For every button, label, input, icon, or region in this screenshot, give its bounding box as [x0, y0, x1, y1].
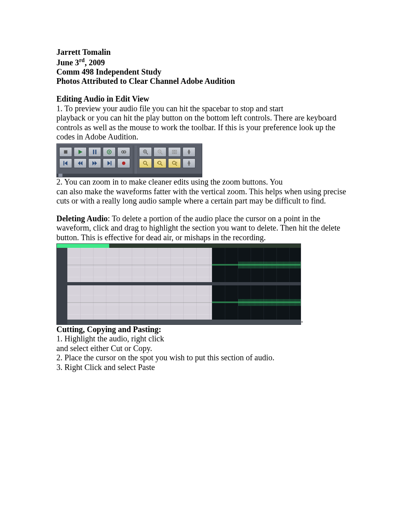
svg-line-22: [161, 153, 162, 154]
section-title-editing: Editing Audio in Edit View: [56, 94, 355, 104]
waveform-overview[interactable]: [57, 244, 301, 248]
zoom-to-selection-button[interactable]: [139, 158, 152, 168]
svg-rect-8: [63, 161, 64, 165]
channel-separator: [67, 282, 301, 285]
svg-rect-3: [95, 150, 96, 154]
svg-rect-2: [93, 150, 94, 154]
zoom-vertical-in-button[interactable]: [183, 147, 195, 157]
deleting-audio-label: Deleting Audio: [56, 214, 108, 223]
svg-marker-27: [188, 150, 190, 150]
trailing-period: .: [301, 315, 303, 325]
waveform-selection[interactable]: [67, 248, 212, 282]
svg-line-36: [175, 164, 177, 166]
play-button[interactable]: [74, 147, 87, 157]
ccp-step-1a: 1. Highlight the audio, right click: [56, 334, 355, 344]
ccp-step-1b: and select either Cut or Copy.: [56, 344, 355, 353]
waveform-unselected[interactable]: [212, 248, 301, 282]
svg-marker-40: [188, 165, 190, 166]
time-ruler[interactable]: [67, 320, 301, 324]
zoom-group: [137, 144, 198, 177]
zoom-out-button[interactable]: [154, 147, 166, 157]
step-2: 2. You can zoom in to make cleaner edits…: [56, 177, 355, 187]
svg-rect-0: [64, 150, 67, 154]
svg-rect-37: [176, 162, 177, 164]
svg-marker-1: [79, 150, 83, 154]
svg-marker-11: [80, 161, 83, 165]
rewind-button[interactable]: [74, 158, 87, 168]
stop-button[interactable]: [59, 147, 72, 157]
record-button[interactable]: [117, 158, 130, 168]
zoom-in-left-button[interactable]: [154, 158, 166, 168]
svg-point-30: [143, 161, 147, 164]
svg-point-25: [174, 151, 176, 153]
transport-toolbar-panel: [56, 143, 202, 177]
toolbar-scroll-thumb[interactable]: [58, 174, 62, 177]
step-1: 1. To preview your audio file you can hi…: [56, 104, 355, 114]
zoom-in-button[interactable]: [139, 147, 152, 157]
author-name: Jarrett Tomalin: [56, 48, 355, 57]
zoom-full-button[interactable]: [168, 147, 181, 157]
waveform-unselected[interactable]: [212, 285, 301, 320]
deleting-audio-paragraph: Deleting Audio: To delete a portion of t…: [56, 214, 355, 243]
go-to-start-button[interactable]: [59, 158, 72, 168]
zoom-vertical-out-button[interactable]: [183, 158, 195, 168]
waveform-track-left[interactable]: [67, 248, 301, 282]
svg-marker-28: [188, 154, 190, 154]
section-title-ccp: Cutting, Copying and Pasting:: [56, 325, 355, 335]
svg-point-32: [158, 161, 161, 164]
toolbar-divider: [133, 145, 136, 175]
svg-marker-12: [92, 161, 95, 165]
svg-line-18: [146, 153, 148, 154]
course-title: Comm 498 Independent Study: [56, 67, 355, 77]
svg-line-33: [161, 164, 162, 166]
go-to-end-button[interactable]: [103, 158, 116, 168]
step-1-cont: playback or you can hit the play button …: [56, 113, 355, 142]
pause-button[interactable]: [88, 147, 101, 157]
svg-marker-5: [109, 151, 110, 153]
toolbar-scroll-track: [57, 174, 202, 177]
step-2-cont: can also make the waveforms fatter with …: [56, 187, 355, 206]
svg-marker-39: [188, 161, 190, 162]
svg-marker-14: [108, 161, 110, 165]
photo-attribution: Photos Attributed to Clear Channel Adobe…: [56, 77, 355, 86]
fast-forward-button[interactable]: [88, 158, 101, 168]
waveform-selection[interactable]: [67, 285, 212, 320]
loop-button[interactable]: [117, 147, 130, 157]
zoom-in-right-button[interactable]: [168, 158, 181, 168]
ccp-step-2: 2. Place the cursor on the spot you wish…: [56, 353, 355, 363]
overview-visible-region[interactable]: [57, 244, 109, 248]
document-date: June 3rd, 2009: [56, 57, 355, 67]
svg-marker-10: [78, 161, 80, 165]
transport-group: [57, 144, 133, 177]
svg-rect-34: [158, 162, 158, 164]
waveform-editor-panel: [56, 243, 301, 325]
svg-marker-9: [64, 161, 67, 165]
amplitude-ruler: [57, 248, 67, 324]
svg-point-16: [122, 162, 125, 165]
svg-rect-15: [111, 161, 112, 165]
play-looped-button[interactable]: [103, 147, 116, 157]
svg-marker-13: [95, 161, 97, 165]
svg-point-35: [172, 161, 176, 164]
ccp-step-3: 3. Right Click and select Paste: [56, 363, 355, 372]
waveform-track-right[interactable]: [67, 285, 301, 320]
svg-line-31: [146, 164, 148, 166]
